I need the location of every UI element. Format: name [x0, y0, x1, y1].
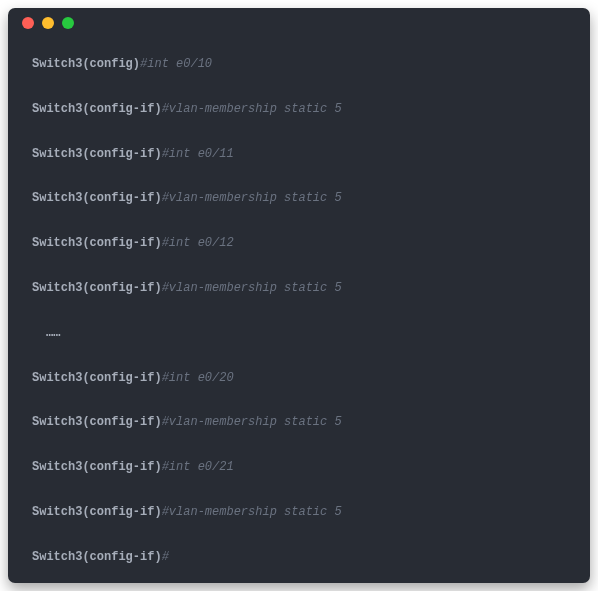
command: vlan-membership static 5: [169, 505, 342, 519]
hash: #: [162, 147, 169, 161]
hash: #: [162, 281, 169, 295]
prompt: Switch3(config-if): [32, 371, 162, 385]
prompt: Switch3(config-if): [32, 460, 162, 474]
hash: #: [162, 191, 169, 205]
hash: #: [162, 415, 169, 429]
terminal-line: Switch3(config-if)#int e0/21: [32, 459, 566, 476]
ellipsis: ……: [32, 325, 566, 342]
terminal-line: Switch3(config-if)#int e0/12: [32, 235, 566, 252]
command: int e0/20: [169, 371, 234, 385]
maximize-icon[interactable]: [62, 17, 74, 29]
terminal-body: Switch3(config)#int e0/10 Switch3(config…: [8, 38, 590, 583]
terminal-line: Switch3(config)#int e0/10: [32, 56, 566, 73]
minimize-icon[interactable]: [42, 17, 54, 29]
close-icon[interactable]: [22, 17, 34, 29]
terminal-line: Switch3(config-if)#int e0/11: [32, 146, 566, 163]
prompt: Switch3(config-if): [32, 281, 162, 295]
prompt: Switch3(config-if): [32, 505, 162, 519]
hash: #: [162, 371, 169, 385]
prompt: Switch3(config-if): [32, 236, 162, 250]
command: int e0/21: [169, 460, 234, 474]
command: vlan-membership static 5: [169, 281, 342, 295]
prompt: Switch3(config-if): [32, 550, 162, 564]
command: int e0/12: [169, 236, 234, 250]
terminal-line: Switch3(config-if)#vlan-membership stati…: [32, 101, 566, 118]
prompt: Switch3(config-if): [32, 415, 162, 429]
terminal-line: Switch3(config-if)#vlan-membership stati…: [32, 504, 566, 521]
prompt: Switch3(config-if): [32, 147, 162, 161]
command: int e0/11: [169, 147, 234, 161]
terminal-line: Switch3(config-if)#: [32, 549, 566, 566]
command: vlan-membership static 5: [169, 102, 342, 116]
prompt: Switch3(config-if): [32, 102, 162, 116]
terminal-line: Switch3(config-if)#int e0/20: [32, 370, 566, 387]
command: vlan-membership static 5: [169, 191, 342, 205]
hash: #: [162, 550, 169, 564]
terminal-line: Switch3(config-if)#vlan-membership stati…: [32, 414, 566, 431]
prompt: Switch3(config-if): [32, 191, 162, 205]
hash: #: [162, 460, 169, 474]
titlebar: [8, 8, 590, 38]
command: int e0/10: [147, 57, 212, 71]
prompt: Switch3(config): [32, 57, 140, 71]
terminal-line: Switch3(config-if)#vlan-membership stati…: [32, 190, 566, 207]
terminal-line: Switch3(config-if)#vlan-membership stati…: [32, 280, 566, 297]
terminal-window: Switch3(config)#int e0/10 Switch3(config…: [8, 8, 590, 583]
command: vlan-membership static 5: [169, 415, 342, 429]
hash: #: [162, 236, 169, 250]
hash: #: [162, 102, 169, 116]
hash: #: [162, 505, 169, 519]
